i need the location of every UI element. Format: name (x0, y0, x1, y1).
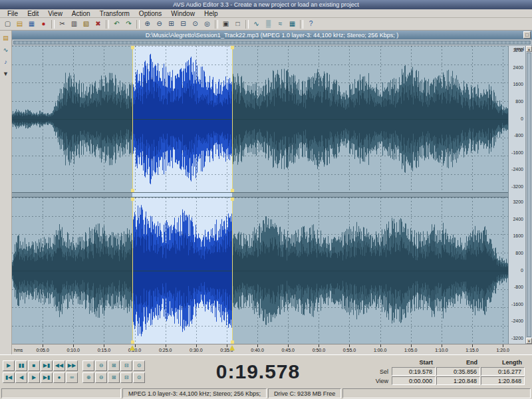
go-end-button[interactable]: ▶▮ (41, 372, 53, 383)
amplitude-scale: 3200240016008000-800-1600-2400-3200 3200… (508, 46, 525, 344)
menu-options[interactable]: Options (134, 10, 166, 17)
vertical-zoom-selection-button[interactable]: ⊞ (108, 372, 120, 383)
ruler-tick (196, 344, 197, 347)
vertical-zoom-all-button[interactable]: ⊟ (120, 372, 132, 383)
pause-button[interactable]: ▮▮ (15, 360, 27, 371)
vertical-zoom-restore-button[interactable]: ⊙ (133, 372, 145, 383)
toolbar-separator (215, 20, 218, 29)
ruler-tick-label: 0:55.0 (343, 348, 356, 352)
toolbar-separator (300, 20, 303, 29)
scale-label: 0 (521, 116, 523, 121)
undo-button[interactable]: ↶ (111, 19, 122, 29)
step-forward-button[interactable]: ▶ (28, 372, 40, 383)
envelope-view-button[interactable]: ≈ (275, 19, 286, 29)
loop-button[interactable]: ∞ (66, 372, 78, 383)
menu-file[interactable]: File (3, 10, 23, 17)
ruler-tick (166, 344, 166, 347)
left-toolbar: ▤∿♪▼ (0, 31, 12, 354)
right-channel-scale: 3200240016008000-800-1600-2400-3200 (509, 200, 525, 340)
zoom-out-button[interactable]: ⊖ (154, 19, 165, 29)
horizontal-scrollbar[interactable] (12, 39, 532, 46)
scale-label: 3200 (513, 200, 523, 204)
new-file-button[interactable]: ▢ (2, 19, 13, 29)
library-panel-button[interactable]: ♪ (1, 57, 11, 67)
selection-start-marker[interactable] (130, 345, 135, 350)
fast-forward-button[interactable]: ▶▶ (66, 360, 78, 371)
vertical-zoom-in-button[interactable]: ⊕ (82, 372, 94, 383)
open-button[interactable]: ▤ (14, 19, 25, 29)
multi-view-button[interactable]: ▦ (287, 19, 298, 29)
scroll-up-arrow[interactable]: ▲ (526, 46, 532, 52)
menu-action[interactable]: Action (67, 10, 95, 17)
redo-button[interactable]: ↷ (123, 19, 134, 29)
copy-button[interactable]: ▥ (68, 19, 80, 29)
rewind-button[interactable]: ◀◀ (53, 360, 65, 371)
transport-row: ▮◀◀▶▶▮●∞⊕⊖⊞⊟⊙ (3, 372, 145, 383)
waveform-right-channel[interactable] (12, 198, 508, 344)
menu-window[interactable]: Window (166, 10, 200, 17)
ruler-tick-label: 0:10.0 (67, 348, 80, 352)
delete-button[interactable]: ✖ (92, 19, 104, 29)
wave-zoom-all-button[interactable]: ⊟ (120, 360, 132, 371)
bottom-panel: ▶▮▮■▶▮◀◀▶▶⊕⊖⊞⊟⊙▮◀◀▶▶▮●∞⊕⊖⊞⊟⊙ 0:19.578 St… (0, 354, 532, 388)
cut-button[interactable]: ✂ (57, 19, 68, 29)
vertical-scrollbar[interactable]: ▲ ▼ (525, 46, 532, 344)
toolbar-separator (106, 20, 109, 29)
effects-panel-button[interactable]: ∿ (1, 45, 11, 55)
help-button[interactable]: ? (305, 19, 317, 29)
ruler-tick (135, 344, 136, 347)
scroll-down-arrow[interactable]: ▼ (526, 338, 532, 344)
doc-maximize-button[interactable]: □ (523, 31, 531, 39)
paste-button[interactable]: ▧ (80, 19, 92, 29)
timeline-ruler[interactable]: hms 0:05.00:10.00:15.00:20.00:25.00:30.0… (12, 344, 532, 354)
record-button[interactable]: ● (38, 19, 49, 29)
file-browser-panel-button[interactable]: ▤ (1, 33, 11, 43)
column-header: Length (481, 358, 525, 366)
ruler-tick-label: 1:20.0 (496, 348, 509, 352)
vertical-zoom-out-button[interactable]: ⊖ (95, 372, 107, 383)
zoom-vertical-button[interactable]: ◎ (201, 19, 213, 29)
selection-info-panel: StartEndLengthSel0:19.5780:35.8560:16.27… (371, 358, 529, 385)
channels (12, 46, 508, 344)
play-button[interactable]: ▶ (3, 360, 15, 371)
ruler-tick (43, 344, 43, 347)
wave-zoom-out-button[interactable]: ⊖ (95, 360, 107, 371)
main-toolbar: ▢▤▦●✂▥▧✖↶↷⊕⊖⊞⊟⊙◎▣□∿▒≈▦? (0, 18, 532, 31)
zoom-selection-button[interactable]: ⊞ (166, 19, 177, 29)
go-start-button[interactable]: ▮◀ (3, 372, 15, 383)
menu-view[interactable]: View (43, 10, 67, 17)
zoom-in-button[interactable]: ⊕ (142, 19, 153, 29)
toolbar-separator (136, 20, 140, 29)
deselect-button[interactable]: □ (232, 19, 243, 29)
wave-zoom-selection-button[interactable]: ⊞ (108, 360, 120, 371)
selection-end-marker[interactable] (229, 345, 235, 350)
record-transport-button[interactable]: ● (53, 372, 65, 383)
wave-zoom-in-button[interactable]: ⊕ (82, 360, 94, 371)
markers-panel-button[interactable]: ▼ (1, 68, 11, 79)
status-empty-segment (1, 388, 121, 398)
scale-label: -2400 (511, 319, 523, 323)
ruler-tick-label: 1:15.0 (466, 348, 478, 352)
toolbar-separator (51, 20, 55, 29)
menu-edit[interactable]: Edit (23, 10, 43, 17)
waveform-left-channel[interactable] (12, 46, 508, 192)
scrollbar-thumb[interactable] (13, 41, 531, 45)
left-channel-scale: 3200240016008000-800-1600-2400-3200 (509, 48, 525, 189)
select-all-button[interactable]: ▣ (220, 19, 231, 29)
step-back-button[interactable]: ◀ (15, 372, 27, 383)
ruler-tick-label: 0:30.0 (190, 348, 202, 352)
menu-help[interactable]: Help (200, 10, 223, 17)
waveform-area: 3200240016008000-800-1600-2400-3200 3200… (12, 46, 532, 344)
stop-button[interactable]: ■ (28, 360, 40, 371)
zoom-all-button[interactable]: ⊟ (178, 19, 189, 29)
wave-zoom-restore-button[interactable]: ⊙ (133, 360, 145, 371)
spectral-view-button[interactable]: ▒ (263, 19, 274, 29)
play-selection-button[interactable]: ▶▮ (41, 360, 53, 371)
vertical-scrollbar-thumb[interactable] (527, 53, 531, 337)
scale-label: -2400 (511, 167, 523, 172)
save-button[interactable]: ▦ (26, 19, 37, 29)
waveform-view-button[interactable]: ∿ (251, 19, 262, 29)
transport-controls: ▶▮▮■▶▮◀◀▶▶⊕⊖⊞⊟⊙▮◀◀▶▶▮●∞⊕⊖⊞⊟⊙ (3, 360, 145, 383)
menu-transform[interactable]: Transform (95, 10, 134, 17)
zoom-horizontal-button[interactable]: ⊙ (190, 19, 201, 29)
